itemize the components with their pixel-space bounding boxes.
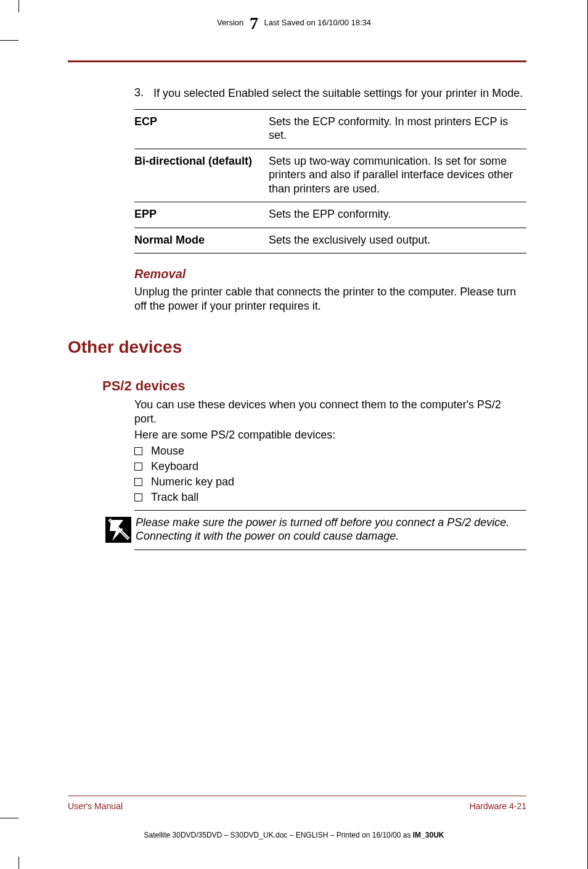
- list-item: Track ball: [134, 491, 526, 504]
- removal-text: Unplug the printer cable that connects t…: [134, 285, 526, 313]
- list-item-label: Numeric key pad: [151, 476, 234, 488]
- table-row: Normal Mode Sets the exclusively used ou…: [134, 228, 526, 254]
- step-3: 3. If you selected Enabled select the su…: [134, 86, 526, 101]
- footer-rule: [68, 796, 526, 796]
- ps2-list: Mouse Keyboard Numeric key pad Track bal…: [134, 445, 526, 504]
- table-row: Bi-directional (default) Sets up two-way…: [134, 149, 526, 202]
- lightning-icon: [102, 510, 134, 550]
- version-header: Version 7 Last Saved on 16/10/00 18:34: [0, 14, 588, 33]
- header-rule: [68, 60, 526, 62]
- list-item-label: Mouse: [151, 445, 184, 457]
- version-prefix: Version: [217, 18, 243, 27]
- version-saved: Last Saved on 16/10/00 18:34: [264, 18, 371, 27]
- table-row: EPP Sets the EPP conformity.: [134, 202, 526, 228]
- ps2-list-intro: Here are some PS/2 compatible devices:: [134, 428, 526, 442]
- removal-heading: Removal: [134, 267, 526, 281]
- list-item-label: Track ball: [151, 491, 198, 503]
- list-item: Keyboard: [134, 460, 526, 473]
- ps2-intro: You can use these devices when you conne…: [134, 398, 526, 426]
- other-devices-heading: Other devices: [68, 337, 526, 357]
- footer-right: Hardware 4-21: [469, 801, 526, 811]
- crop-mark: [18, 0, 19, 12]
- checkbox-bullet-icon: [134, 478, 142, 486]
- mode-desc: Sets the ECP conformity. In most printer…: [269, 115, 526, 142]
- step-number: 3.: [134, 86, 150, 99]
- checkbox-bullet-icon: [134, 447, 142, 455]
- table-row: ECP Sets the ECP conformity. In most pri…: [134, 109, 526, 149]
- footer-left: User's Manual: [68, 801, 123, 811]
- content-area: 3. If you selected Enabled select the su…: [68, 86, 526, 550]
- mode-label: Bi-directional (default): [134, 154, 269, 196]
- list-item: Numeric key pad: [134, 476, 526, 488]
- mode-label: EPP: [134, 207, 269, 221]
- mode-table: ECP Sets the ECP conformity. In most pri…: [134, 109, 526, 254]
- crop-mark: [18, 857, 19, 869]
- list-item: Mouse: [134, 445, 526, 458]
- mode-label: ECP: [134, 115, 269, 142]
- step-text: If you selected Enabled select the suita…: [153, 86, 523, 101]
- note-text-container: Please make sure the power is turned off…: [134, 510, 526, 550]
- mode-desc: Sets the exclusively used output.: [269, 233, 526, 247]
- print-line: Satellite 30DVD/35DVD – S30DVD_UK.doc – …: [0, 831, 588, 839]
- note-text: Please make sure the power is turned off…: [136, 516, 523, 543]
- caution-note: Please make sure the power is turned off…: [102, 510, 526, 550]
- list-item-label: Keyboard: [151, 460, 198, 472]
- checkbox-bullet-icon: [134, 493, 142, 501]
- checkbox-bullet-icon: [134, 463, 142, 471]
- mode-label: Normal Mode: [134, 233, 269, 247]
- crop-mark: [0, 40, 18, 41]
- ps2-heading: PS/2 devices: [102, 378, 526, 394]
- crop-mark: [0, 818, 18, 818]
- print-bold: IM_30UK: [413, 831, 444, 839]
- print-text: Satellite 30DVD/35DVD – S30DVD_UK.doc – …: [144, 831, 413, 839]
- version-number: 7: [246, 14, 262, 33]
- mode-desc: Sets the EPP conformity.: [269, 207, 526, 221]
- mode-desc: Sets up two-way communication. Is set fo…: [269, 154, 526, 196]
- document-page: Version 7 Last Saved on 16/10/00 18:34 3…: [0, 0, 588, 869]
